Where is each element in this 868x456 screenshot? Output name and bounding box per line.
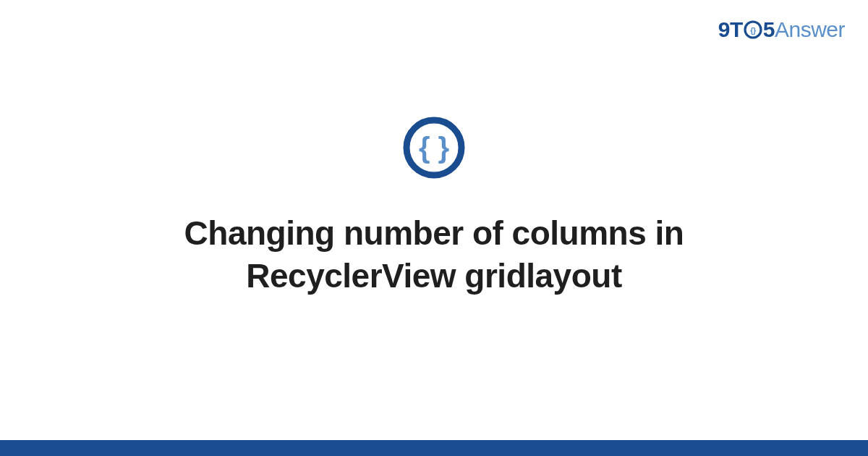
main-content: { } Changing number of columns in Recycl… — [0, 0, 868, 456]
code-braces-icon: { } — [401, 115, 467, 180]
svg-text:{ }: { } — [419, 132, 449, 164]
page-title: Changing number of columns in RecyclerVi… — [109, 212, 760, 297]
footer-bar — [0, 440, 868, 456]
